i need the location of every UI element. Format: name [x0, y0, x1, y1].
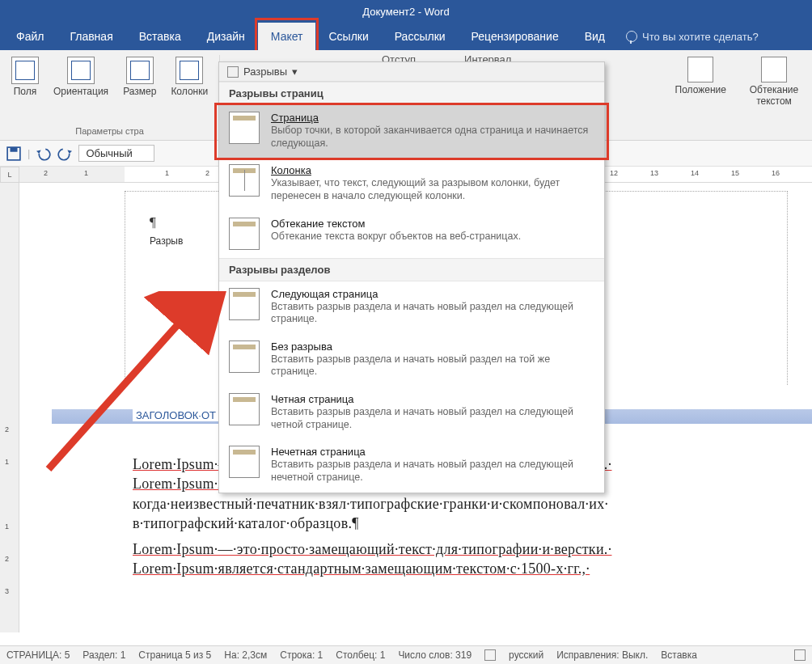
section-section-breaks: Разрывы разделов: [219, 258, 604, 281]
tab-layout[interactable]: Макет: [258, 23, 316, 50]
page-break-icon: [229, 112, 260, 144]
tab-references[interactable]: Ссылки: [315, 23, 381, 50]
status-section[interactable]: Раздел: 1: [82, 649, 125, 661]
columns-icon: [176, 57, 203, 84]
lightbulb-icon: [626, 31, 637, 42]
status-words[interactable]: Число слов: 319: [398, 649, 472, 661]
column-break-icon: [229, 164, 260, 197]
break-text-wrapping[interactable]: Обтекание текстом Обтекание текста вокру…: [219, 211, 604, 258]
break-next-page[interactable]: Следующая страница Вставить разрыв разде…: [219, 281, 604, 334]
break-even-page[interactable]: Четная страница Вставить разрыв раздела …: [219, 387, 604, 439]
margins-icon: [11, 57, 39, 84]
breaks-button[interactable]: Разрывы ▾: [219, 62, 604, 82]
status-language[interactable]: русский: [509, 649, 543, 661]
position-icon: [687, 57, 713, 82]
redo-icon[interactable]: [57, 146, 72, 161]
vertical-ruler[interactable]: 2 1 1 2 3: [0, 183, 19, 632]
status-page[interactable]: СТРАНИЦА: 5: [6, 649, 70, 661]
tab-selector[interactable]: L: [0, 167, 19, 183]
titlebar: Документ2 - Word: [0, 0, 812, 23]
status-column[interactable]: Столбец: 1: [336, 649, 385, 661]
columns-button[interactable]: Колонки: [167, 55, 211, 99]
next-page-icon: [229, 288, 260, 320]
status-insert-mode[interactable]: Вставка: [661, 649, 697, 661]
break-column[interactable]: Колонка Указывает, что текст, следующий …: [219, 158, 604, 210]
ribbon-tabs: Файл Главная Вставка Дизайн Макет Ссылки…: [0, 23, 812, 50]
tab-mailings[interactable]: Рассылки: [382, 23, 459, 50]
window-title: Документ2 - Word: [362, 6, 449, 18]
odd-page-icon: [229, 446, 260, 478]
wrap-button[interactable]: Обтекание текстом: [744, 55, 804, 108]
tab-review[interactable]: Рецензирование: [459, 23, 572, 50]
tab-file[interactable]: Файл: [3, 23, 57, 50]
group-caption-page-setup: Параметры стра: [75, 126, 143, 136]
tab-home[interactable]: Главная: [57, 23, 125, 50]
svg-rect-1: [11, 147, 18, 152]
undo-icon[interactable]: [36, 146, 51, 161]
save-icon[interactable]: [6, 146, 21, 161]
heading-text: ЗАГОЛОВОК·ОТ: [133, 409, 219, 421]
qat-separator: |: [27, 147, 30, 159]
status-track-changes[interactable]: Исправления: Выкл.: [556, 649, 648, 661]
size-icon: [126, 57, 154, 84]
style-selector[interactable]: Обычный: [78, 145, 154, 162]
section-page-breaks: Разрывы страниц: [219, 82, 604, 105]
break-page[interactable]: Страница Выбор точки, в которой заканчив…: [219, 105, 604, 158]
wrap-break-icon: [229, 218, 260, 250]
even-page-icon: [229, 393, 260, 425]
tab-design[interactable]: Дизайн: [194, 23, 258, 50]
chevron-down-icon: ▾: [292, 66, 298, 78]
breaks-icon: [227, 66, 239, 78]
status-line[interactable]: Строка: 1: [280, 649, 323, 661]
status-at[interactable]: На: 2,3см: [224, 649, 267, 661]
orientation-button[interactable]: Ориентация: [50, 55, 112, 99]
break-continuous[interactable]: Без разрыва Вставить разрыв раздела и на…: [219, 334, 604, 387]
macros-icon[interactable]: [794, 649, 806, 661]
tab-insert[interactable]: Вставка: [126, 23, 194, 50]
size-button[interactable]: Размер: [120, 55, 159, 99]
margins-button[interactable]: Поля: [8, 55, 42, 99]
tell-me-search[interactable]: Что вы хотите сделать?: [626, 23, 759, 50]
ribbon-group-page-setup: Поля Ориентация Размер Колонки Параметры…: [0, 55, 220, 140]
spellcheck-icon[interactable]: [484, 649, 496, 661]
tab-view[interactable]: Вид: [572, 23, 618, 50]
status-page-of[interactable]: Страница 5 из 5: [138, 649, 211, 661]
position-button[interactable]: Положение: [672, 55, 730, 108]
break-odd-page[interactable]: Нечетная страница Вставить разрыв раздел…: [219, 439, 604, 492]
continuous-icon: [229, 340, 260, 373]
wrap-icon: [761, 57, 787, 82]
orientation-icon: [67, 57, 95, 84]
status-bar: СТРАНИЦА: 5 Раздел: 1 Страница 5 из 5 На…: [0, 645, 812, 664]
breaks-dropdown: Разрывы ▾ Разрывы страниц Страница Выбор…: [218, 61, 605, 493]
